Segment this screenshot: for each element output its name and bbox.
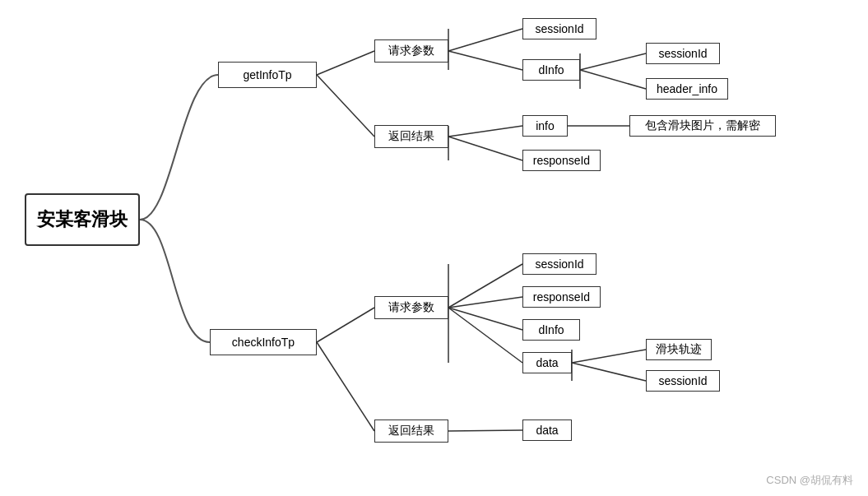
getInfoTp-node: getInfoTp xyxy=(218,62,317,88)
svg-line-16 xyxy=(572,363,646,381)
svg-line-6 xyxy=(448,126,522,137)
svg-line-10 xyxy=(317,342,374,431)
watermark: CSDN @胡侃有料 xyxy=(766,473,853,488)
dInfo2-node: dInfo xyxy=(522,319,580,341)
req2-node: 请求参数 xyxy=(374,296,448,319)
svg-line-17 xyxy=(448,430,522,431)
data2-node: data xyxy=(522,352,572,373)
svg-line-1 xyxy=(317,75,374,137)
svg-line-2 xyxy=(448,29,522,51)
header-info-node: header_info xyxy=(646,78,728,100)
info1-desc-node: 包含滑块图片，需解密 xyxy=(629,115,776,137)
svg-line-0 xyxy=(317,51,374,75)
svg-line-3 xyxy=(448,51,522,70)
dInfo1-node: dInfo xyxy=(522,59,580,81)
svg-line-9 xyxy=(317,308,374,342)
ret1-node: 返回结果 xyxy=(374,125,448,148)
svg-line-14 xyxy=(448,308,522,363)
data-ret2-node: data xyxy=(522,420,572,441)
svg-line-12 xyxy=(448,297,522,308)
responseId2-node: responseId xyxy=(522,286,601,308)
sessionId1-node: sessionId xyxy=(522,18,596,39)
root-node: 安某客滑块 xyxy=(25,193,140,246)
sessionId-data2-node: sessionId xyxy=(646,370,720,392)
responseId1-node: responseId xyxy=(522,150,601,171)
checkInfoTp-node: checkInfoTp xyxy=(210,329,317,355)
ret2-node: 返回结果 xyxy=(374,420,448,443)
diagram: 安某客滑块 getInfoTp checkInfoTp 请求参数 返回结果 请求… xyxy=(0,0,868,496)
watermark-text: CSDN @胡侃有料 xyxy=(766,474,853,486)
slide-track-node: 滑块轨迹 xyxy=(646,339,712,360)
svg-line-15 xyxy=(572,350,646,363)
svg-line-13 xyxy=(448,308,522,330)
req1-node: 请求参数 xyxy=(374,39,448,63)
svg-line-7 xyxy=(448,137,522,160)
svg-line-11 xyxy=(448,264,522,308)
svg-line-5 xyxy=(580,70,646,89)
svg-line-4 xyxy=(580,53,646,70)
sessionId2-node: sessionId xyxy=(522,253,596,275)
info1-node: info xyxy=(522,115,568,137)
sessionId-dInfo1-node: sessionId xyxy=(646,43,720,64)
